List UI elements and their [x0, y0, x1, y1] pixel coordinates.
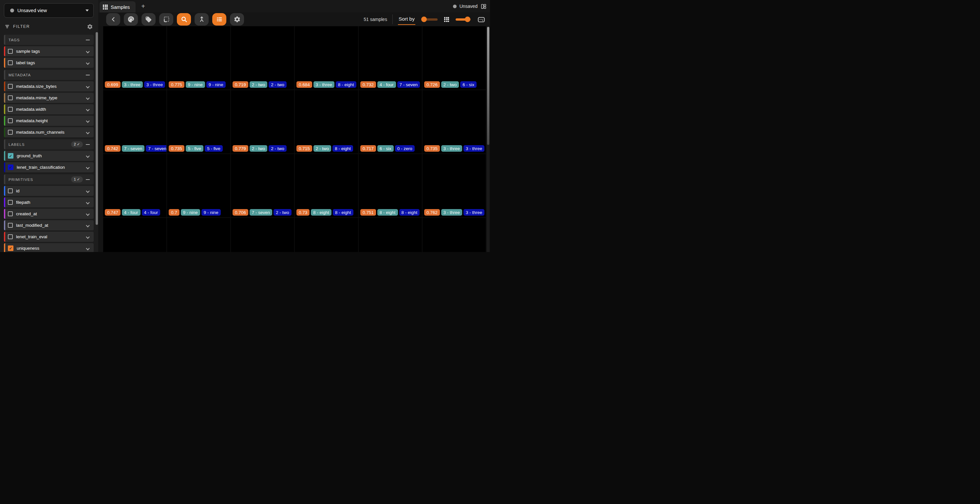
chevron-down-icon[interactable]	[86, 49, 89, 53]
sidebar-item-ground-truth[interactable]: ✓ ground_truth	[4, 151, 94, 161]
sample-tile[interactable]: 0.735 3 - three 3 - three	[423, 90, 486, 153]
back-button[interactable]	[106, 13, 120, 26]
chevron-down-icon[interactable]	[86, 235, 89, 239]
chevron-down-icon[interactable]	[86, 107, 89, 111]
list-view-button[interactable]	[212, 13, 226, 26]
sample-tile[interactable]: 0.715 2 - two 8 - eight	[295, 90, 358, 153]
field-checkbox[interactable]	[8, 107, 13, 112]
chevron-down-icon[interactable]	[86, 212, 89, 215]
tab-samples[interactable]: Samples	[100, 1, 135, 13]
chevron-down-icon[interactable]	[86, 61, 89, 65]
sample-tile[interactable]: 0.779 2 - two 2 - two	[231, 90, 294, 153]
sidebar-item-metadata-size-bytes[interactable]: metadata.size_bytes	[4, 81, 94, 91]
sample-tile[interactable]: 0.735 5 - five 5 - five	[167, 90, 230, 153]
sidebar-section-header-metadata[interactable]: METADATA	[4, 70, 94, 80]
chevron-down-icon[interactable]	[86, 96, 89, 100]
sample-tile[interactable]	[295, 218, 358, 252]
sidebar-item-metadata-height[interactable]: metadata.height	[4, 116, 94, 126]
collapse-minus-icon[interactable]	[86, 75, 90, 75]
field-checkbox[interactable]	[8, 211, 13, 216]
sample-tile[interactable]	[359, 218, 422, 252]
sidebar-section-header-tags[interactable]: TAGS	[4, 35, 94, 45]
sidebar-item-label-tags[interactable]: label tags	[4, 58, 94, 68]
sample-tile[interactable]: 0.7 9 - nine 9 - nine	[167, 154, 230, 217]
chevron-down-icon[interactable]	[86, 154, 89, 158]
sidebar-section-header-primitives[interactable]: PRIMITIVES 1 ✓	[4, 174, 94, 185]
field-checkbox[interactable]: ✓	[8, 164, 13, 170]
chevron-down-icon[interactable]	[86, 166, 89, 169]
field-checkbox[interactable]	[8, 96, 13, 100]
sort-by-button[interactable]: Sort by	[399, 16, 415, 22]
new-tab-button[interactable]: +	[139, 2, 147, 11]
sidebar-item-metadata-width[interactable]: metadata.width	[4, 104, 94, 114]
view-selector[interactable]: Unsaved view	[4, 3, 94, 18]
field-checkbox[interactable]: ✓	[8, 153, 13, 159]
sidebar-item-id[interactable]: id	[4, 186, 94, 196]
sidebar-item-lenet-train-classification[interactable]: ✓ lenet_train_classification	[4, 162, 94, 172]
sidebar-item-uniqueness[interactable]: ✓ uniqueness	[4, 243, 94, 252]
sidebar-section-header-labels[interactable]: LABELS 2 ✓	[4, 139, 94, 150]
field-checkbox[interactable]	[8, 130, 13, 135]
settings-button[interactable]	[230, 13, 244, 26]
field-checkbox[interactable]	[8, 200, 13, 205]
color-palette-button[interactable]	[124, 13, 138, 26]
collapse-minus-icon[interactable]	[86, 144, 90, 145]
sidebar-item-metadata-mime-type[interactable]: metadata.mime_type	[4, 93, 94, 103]
chevron-down-icon[interactable]	[86, 223, 89, 227]
sample-tile[interactable]: 0.719 2 - two 2 - two	[231, 26, 294, 89]
chevron-down-icon[interactable]	[86, 119, 89, 123]
field-checkbox[interactable]	[8, 234, 13, 239]
sample-tile[interactable]: 0.706 7 - seven 2 - two	[231, 154, 294, 217]
field-checkbox[interactable]	[8, 223, 13, 228]
sample-tile[interactable]: 0.751 8 - eight 8 - eight	[359, 154, 422, 217]
filter-settings-gear-icon[interactable]	[87, 24, 93, 30]
sample-tile[interactable]	[231, 218, 294, 252]
chevron-down-icon[interactable]	[86, 201, 89, 204]
grid-resize-slider[interactable]	[423, 18, 438, 21]
sidebar-item-last-modified-at[interactable]: last_modified_at	[4, 220, 94, 230]
chevron-down-icon[interactable]	[86, 189, 89, 193]
sample-tile[interactable]	[167, 218, 230, 252]
display-options-icon[interactable]	[477, 15, 485, 24]
field-checkbox[interactable]	[8, 49, 13, 54]
field-checkbox[interactable]	[8, 188, 13, 193]
collapse-minus-icon[interactable]	[86, 179, 90, 180]
sidebar-item-metadata-num-channels[interactable]: metadata.num_channels	[4, 127, 94, 137]
sidebar-scrollbar[interactable]	[95, 32, 98, 225]
workspace-layout-icon[interactable]	[480, 3, 487, 10]
search-button[interactable]	[177, 13, 191, 26]
slider-knob[interactable]	[465, 17, 470, 22]
sample-tile[interactable]: 0.699 3 - three 3 - three	[103, 26, 166, 89]
sample-tile[interactable]	[423, 218, 486, 252]
sample-tile[interactable]: 0.717 6 - six 0 - zero	[359, 90, 422, 153]
scrollbar-thumb[interactable]	[487, 27, 489, 145]
collapse-minus-icon[interactable]	[86, 40, 90, 40]
sample-tile[interactable]: 0.732 4 - four 7 - seven	[359, 26, 422, 89]
grid-scrollbar[interactable]	[487, 26, 489, 252]
slider-knob[interactable]	[421, 17, 427, 22]
sample-tile[interactable]: 0.684 3 - three 8 - eight	[295, 26, 358, 89]
sidebar-item-created-at[interactable]: created_at	[4, 209, 94, 219]
sample-tile[interactable]: 0.762 3 - three 3 - three	[423, 154, 486, 217]
grid-zoom-slider[interactable]	[456, 18, 471, 21]
chevron-down-icon[interactable]	[86, 246, 89, 250]
field-checkbox[interactable]	[8, 84, 13, 89]
field-checkbox[interactable]: ✓	[8, 246, 13, 251]
sample-tile[interactable]: 0.775 9 - nine 9 - nine	[167, 26, 230, 89]
chevron-down-icon[interactable]	[86, 85, 89, 88]
sample-tile[interactable]	[103, 218, 166, 252]
grid-size-icon[interactable]	[444, 17, 449, 22]
select-samples-button[interactable]	[159, 13, 173, 26]
split-view-button[interactable]	[194, 13, 208, 26]
field-checkbox[interactable]	[8, 60, 13, 65]
sample-tile[interactable]: 0.726 2 - two 6 - six	[423, 26, 486, 89]
sidebar-item-filepath[interactable]: filepath	[4, 197, 94, 207]
sidebar-item-lenet-train-eval[interactable]: lenet_train_eval	[4, 232, 94, 242]
sample-tile[interactable]: 0.742 7 - seven 7 - seven	[103, 90, 166, 153]
sample-tile[interactable]: 0.747 4 - four 4 - four	[103, 154, 166, 217]
sample-tile[interactable]: 0.73 8 - eight 8 - eight	[295, 154, 358, 217]
sidebar-item-sample-tags[interactable]: sample tags	[4, 46, 94, 56]
field-checkbox[interactable]	[8, 118, 13, 123]
tag-button[interactable]	[142, 13, 156, 26]
chevron-down-icon[interactable]	[86, 131, 89, 134]
